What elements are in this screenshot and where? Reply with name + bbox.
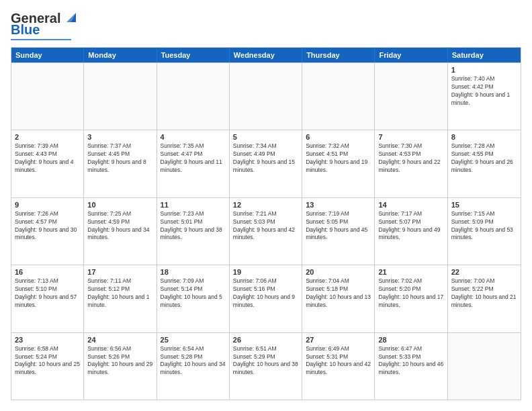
calendar-cell-day-24: 24Sunrise: 6:56 AM Sunset: 5:26 PM Dayli… — [84, 333, 157, 400]
calendar-cell-day-21: 21Sunrise: 7:02 AM Sunset: 5:20 PM Dayli… — [375, 265, 447, 332]
calendar-cell-day-23: 23Sunrise: 6:58 AM Sunset: 5:24 PM Dayli… — [11, 333, 84, 400]
day-info: Sunrise: 7:04 AM Sunset: 5:18 PM Dayligh… — [306, 277, 371, 310]
day-info: Sunrise: 6:56 AM Sunset: 5:26 PM Dayligh… — [87, 345, 152, 377]
day-number: 14 — [378, 201, 443, 209]
day-info: Sunrise: 6:51 AM Sunset: 5:29 PM Dayligh… — [233, 345, 298, 377]
day-info: Sunrise: 7:21 AM Sunset: 5:03 PM Dayligh… — [233, 210, 298, 242]
day-info: Sunrise: 7:06 AM Sunset: 5:16 PM Dayligh… — [233, 277, 298, 310]
calendar-cell-day-18: 18Sunrise: 7:09 AM Sunset: 5:14 PM Dayli… — [157, 265, 230, 332]
header-day-saturday: Saturday — [448, 48, 521, 62]
calendar-cell-day-13: 13Sunrise: 7:19 AM Sunset: 5:05 PM Dayli… — [302, 198, 375, 265]
calendar-row-2: 2Sunrise: 7:39 AM Sunset: 4:43 PM Daylig… — [11, 130, 521, 197]
calendar-cell-day-6: 6Sunrise: 7:32 AM Sunset: 4:51 PM Daylig… — [302, 130, 375, 197]
calendar-row-4: 16Sunrise: 7:13 AM Sunset: 5:10 PM Dayli… — [11, 265, 521, 332]
logo-blue: Blue — [11, 22, 40, 38]
calendar-body: 1Sunrise: 7:40 AM Sunset: 4:42 PM Daylig… — [11, 62, 521, 400]
header-day-sunday: Sunday — [11, 48, 84, 62]
day-info: Sunrise: 7:09 AM Sunset: 5:14 PM Dayligh… — [161, 277, 226, 310]
day-info: Sunrise: 7:11 AM Sunset: 5:12 PM Dayligh… — [87, 277, 152, 310]
calendar-row-3: 9Sunrise: 7:26 AM Sunset: 4:57 PM Daylig… — [11, 197, 521, 265]
day-number: 7 — [378, 133, 443, 141]
calendar-cell-day-2: 2Sunrise: 7:39 AM Sunset: 4:43 PM Daylig… — [11, 130, 84, 197]
calendar-cell-day-15: 15Sunrise: 7:15 AM Sunset: 5:09 PM Dayli… — [448, 198, 521, 265]
calendar-cell-day-8: 8Sunrise: 7:28 AM Sunset: 4:55 PM Daylig… — [448, 130, 521, 197]
day-info: Sunrise: 7:13 AM Sunset: 5:10 PM Dayligh… — [15, 277, 80, 310]
day-number: 13 — [306, 201, 371, 209]
calendar-cell-day-7: 7Sunrise: 7:30 AM Sunset: 4:53 PM Daylig… — [375, 130, 447, 197]
header-day-thursday: Thursday — [302, 48, 375, 62]
calendar-cell-day-25: 25Sunrise: 6:54 AM Sunset: 5:28 PM Dayli… — [157, 333, 230, 400]
day-number: 27 — [306, 336, 371, 344]
calendar: SundayMondayTuesdayWednesdayThursdayFrid… — [11, 47, 521, 400]
calendar-cell-empty — [302, 63, 375, 130]
day-info: Sunrise: 7:23 AM Sunset: 5:01 PM Dayligh… — [161, 210, 226, 242]
calendar-cell-day-3: 3Sunrise: 7:37 AM Sunset: 4:45 PM Daylig… — [84, 130, 157, 197]
day-number: 19 — [233, 268, 298, 276]
day-number: 21 — [378, 268, 443, 276]
calendar-cell-day-17: 17Sunrise: 7:11 AM Sunset: 5:12 PM Dayli… — [84, 265, 157, 332]
day-info: Sunrise: 7:19 AM Sunset: 5:05 PM Dayligh… — [306, 210, 371, 242]
header-day-monday: Monday — [84, 48, 157, 62]
day-number: 8 — [451, 133, 517, 141]
day-number: 2 — [15, 133, 80, 141]
day-info: Sunrise: 7:28 AM Sunset: 4:55 PM Dayligh… — [451, 142, 517, 175]
header: General Blue — [11, 11, 521, 40]
day-number: 28 — [378, 336, 443, 344]
day-info: Sunrise: 7:34 AM Sunset: 4:49 PM Dayligh… — [233, 142, 298, 175]
calendar-cell-day-20: 20Sunrise: 7:04 AM Sunset: 5:18 PM Dayli… — [302, 265, 375, 332]
day-info: Sunrise: 6:49 AM Sunset: 5:31 PM Dayligh… — [306, 345, 371, 377]
day-info: Sunrise: 6:47 AM Sunset: 5:33 PM Dayligh… — [378, 345, 443, 377]
day-number: 11 — [161, 201, 226, 209]
header-day-tuesday: Tuesday — [157, 48, 230, 62]
calendar-cell-day-22: 22Sunrise: 7:00 AM Sunset: 5:22 PM Dayli… — [448, 265, 521, 332]
day-number: 4 — [161, 133, 226, 141]
calendar-cell-empty — [375, 63, 447, 130]
calendar-cell-day-9: 9Sunrise: 7:26 AM Sunset: 4:57 PM Daylig… — [11, 198, 84, 265]
day-number: 3 — [87, 133, 152, 141]
day-number: 26 — [233, 336, 298, 344]
header-day-friday: Friday — [375, 48, 447, 62]
page: General Blue SundayMondayTuesdayWednesda… — [0, 0, 532, 411]
calendar-cell-day-10: 10Sunrise: 7:25 AM Sunset: 4:59 PM Dayli… — [84, 198, 157, 265]
day-number: 18 — [161, 268, 226, 276]
day-number: 1 — [451, 66, 517, 74]
calendar-cell-empty — [84, 63, 157, 130]
calendar-cell-day-16: 16Sunrise: 7:13 AM Sunset: 5:10 PM Dayli… — [11, 265, 84, 332]
calendar-cell-day-19: 19Sunrise: 7:06 AM Sunset: 5:16 PM Dayli… — [230, 265, 302, 332]
calendar-cell-day-11: 11Sunrise: 7:23 AM Sunset: 5:01 PM Dayli… — [157, 198, 230, 265]
day-info: Sunrise: 7:40 AM Sunset: 4:42 PM Dayligh… — [451, 75, 517, 107]
day-info: Sunrise: 7:15 AM Sunset: 5:09 PM Dayligh… — [451, 210, 517, 242]
day-number: 20 — [306, 268, 371, 276]
day-number: 9 — [15, 201, 80, 209]
day-number: 22 — [451, 268, 517, 276]
day-info: Sunrise: 6:58 AM Sunset: 5:24 PM Dayligh… — [15, 345, 80, 377]
day-info: Sunrise: 7:35 AM Sunset: 4:47 PM Dayligh… — [161, 142, 226, 175]
calendar-cell-empty — [448, 333, 521, 400]
day-info: Sunrise: 7:17 AM Sunset: 5:07 PM Dayligh… — [378, 210, 443, 242]
calendar-cell-day-27: 27Sunrise: 6:49 AM Sunset: 5:31 PM Dayli… — [302, 333, 375, 400]
calendar-cell-day-14: 14Sunrise: 7:17 AM Sunset: 5:07 PM Dayli… — [375, 198, 447, 265]
logo-underline — [11, 39, 71, 40]
calendar-cell-day-28: 28Sunrise: 6:47 AM Sunset: 5:33 PM Dayli… — [375, 333, 447, 400]
calendar-cell-day-1: 1Sunrise: 7:40 AM Sunset: 4:42 PM Daylig… — [448, 63, 521, 130]
day-number: 10 — [87, 201, 152, 209]
day-info: Sunrise: 7:00 AM Sunset: 5:22 PM Dayligh… — [451, 277, 517, 310]
header-day-wednesday: Wednesday — [230, 48, 302, 62]
day-number: 24 — [87, 336, 152, 344]
day-info: Sunrise: 7:25 AM Sunset: 4:59 PM Dayligh… — [87, 210, 152, 242]
logo-bird-icon — [61, 10, 76, 25]
day-info: Sunrise: 7:39 AM Sunset: 4:43 PM Dayligh… — [15, 142, 80, 175]
calendar-cell-day-26: 26Sunrise: 6:51 AM Sunset: 5:29 PM Dayli… — [230, 333, 302, 400]
day-info: Sunrise: 6:54 AM Sunset: 5:28 PM Dayligh… — [161, 345, 226, 377]
day-number: 12 — [233, 201, 298, 209]
day-info: Sunrise: 7:26 AM Sunset: 4:57 PM Dayligh… — [15, 210, 80, 242]
day-info: Sunrise: 7:30 AM Sunset: 4:53 PM Dayligh… — [378, 142, 443, 175]
day-number: 23 — [15, 336, 80, 344]
day-number: 5 — [233, 133, 298, 141]
calendar-cell-empty — [11, 63, 84, 130]
calendar-cell-day-12: 12Sunrise: 7:21 AM Sunset: 5:03 PM Dayli… — [230, 198, 302, 265]
day-number: 25 — [161, 336, 226, 344]
day-number: 15 — [451, 201, 517, 209]
day-number: 17 — [87, 268, 152, 276]
calendar-cell-day-5: 5Sunrise: 7:34 AM Sunset: 4:49 PM Daylig… — [230, 130, 302, 197]
